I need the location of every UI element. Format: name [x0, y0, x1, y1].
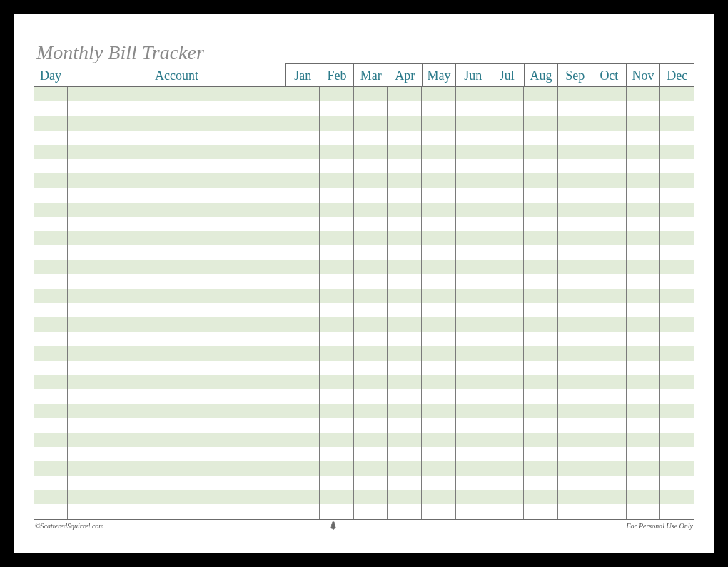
- month-cell: [490, 231, 525, 245]
- month-cell: [422, 433, 456, 447]
- account-cell: [68, 317, 285, 332]
- month-cell: [490, 375, 525, 389]
- month-cell: [490, 260, 525, 274]
- month-cell: [422, 332, 456, 346]
- month-cell: [456, 274, 490, 288]
- month-cell: [320, 260, 354, 274]
- month-cell: [524, 101, 558, 116]
- month-cell: [660, 504, 694, 519]
- month-cell: [627, 101, 661, 116]
- month-cell: [524, 289, 558, 303]
- month-cell: [354, 217, 388, 231]
- month-cell: [558, 87, 592, 101]
- month-cell: [285, 131, 320, 145]
- month-cell: [660, 173, 694, 188]
- month-cell: [388, 303, 422, 317]
- month-cell: [524, 447, 558, 461]
- day-cell: [34, 116, 68, 130]
- month-cell: [320, 131, 354, 145]
- month-cell: [490, 504, 525, 519]
- month-cell: [558, 116, 592, 130]
- month-cell: [592, 245, 627, 260]
- squirrel-icon: [328, 521, 338, 533]
- month-cell: [490, 418, 525, 432]
- month-cell: [422, 131, 456, 145]
- month-cell: [490, 361, 525, 375]
- month-header-dec: Dec: [660, 64, 694, 86]
- month-cell: [490, 476, 525, 490]
- month-cell: [422, 447, 456, 461]
- month-cell: [490, 131, 525, 145]
- month-cell: [320, 375, 354, 389]
- month-cell: [388, 173, 422, 188]
- table-row: [34, 260, 694, 274]
- month-cell: [388, 433, 422, 447]
- month-cell: [354, 173, 388, 188]
- day-cell: [34, 490, 68, 504]
- month-cell: [388, 461, 422, 476]
- month-cell: [524, 159, 558, 173]
- month-cell: [592, 346, 627, 360]
- day-cell: [34, 188, 68, 202]
- month-cell: [354, 476, 388, 490]
- month-header-feb: Feb: [320, 64, 355, 86]
- month-cell: [558, 231, 592, 245]
- day-cell: [34, 317, 68, 332]
- month-cell: [592, 159, 627, 173]
- month-cell: [490, 490, 525, 504]
- month-cell: [660, 404, 694, 418]
- month-cell: [320, 361, 354, 375]
- month-cell: [388, 404, 422, 418]
- month-header-may: May: [423, 64, 457, 86]
- month-cell: [422, 389, 456, 404]
- month-cell: [388, 476, 422, 490]
- month-cell: [592, 303, 627, 317]
- month-cell: [524, 231, 558, 245]
- month-cell: [490, 159, 525, 173]
- month-cell: [558, 289, 592, 303]
- account-cell: [68, 131, 285, 145]
- month-cell: [627, 245, 661, 260]
- month-cell: [524, 433, 558, 447]
- month-cell: [456, 361, 490, 375]
- month-cell: [320, 289, 354, 303]
- month-cell: [388, 490, 422, 504]
- month-cell: [422, 361, 456, 375]
- table-row: [34, 131, 694, 145]
- month-cell: [490, 447, 525, 461]
- month-cell: [320, 433, 354, 447]
- month-cell: [388, 101, 422, 116]
- month-cell: [524, 303, 558, 317]
- months-header: Jan Feb Mar Apr May Jun Jul Aug Sep Oct …: [285, 63, 694, 86]
- month-cell: [285, 145, 320, 159]
- month-cell: [524, 116, 558, 130]
- month-cell: [456, 317, 490, 332]
- month-cell: [285, 289, 320, 303]
- month-cell: [660, 461, 694, 476]
- copyright-text: ©ScatteredSquirrel.com: [35, 522, 104, 530]
- day-cell: [34, 332, 68, 346]
- month-cell: [524, 404, 558, 418]
- account-cell: [68, 145, 285, 159]
- month-cell: [354, 346, 388, 360]
- month-cell: [592, 361, 627, 375]
- month-cell: [524, 490, 558, 504]
- month-cell: [592, 447, 627, 461]
- month-cell: [320, 447, 354, 461]
- month-cell: [422, 317, 456, 332]
- month-cell: [490, 145, 525, 159]
- month-cell: [456, 389, 490, 404]
- month-cell: [354, 245, 388, 260]
- month-cell: [422, 504, 456, 519]
- day-cell: [34, 461, 68, 476]
- account-cell: [68, 303, 285, 317]
- account-cell: [68, 87, 285, 101]
- account-cell: [68, 461, 285, 476]
- month-cell: [285, 173, 320, 188]
- month-cell: [592, 116, 627, 130]
- table-row: [34, 461, 694, 476]
- month-cell: [627, 332, 661, 346]
- month-cell: [627, 188, 661, 202]
- month-cell: [285, 260, 320, 274]
- month-cell: [524, 461, 558, 476]
